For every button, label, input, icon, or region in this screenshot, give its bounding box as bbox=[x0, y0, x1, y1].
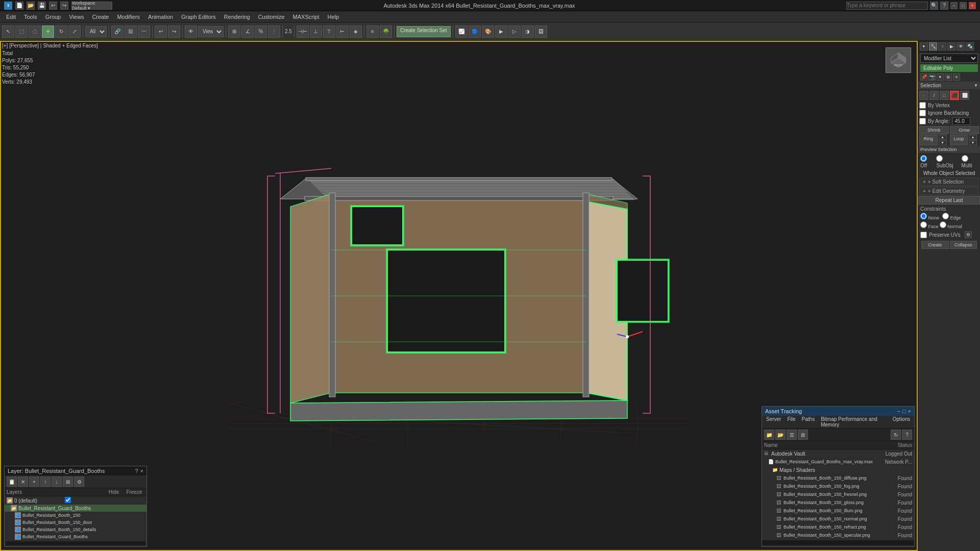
selection-section-title[interactable]: Selection ▼ bbox=[918, 82, 980, 89]
search-input[interactable] bbox=[846, 2, 928, 10]
loop-btn[interactable]: Loop bbox=[950, 135, 968, 145]
pin-modifier-icon[interactable]: 📌 bbox=[920, 73, 927, 81]
material-editor[interactable]: 🎨 bbox=[482, 26, 494, 38]
menu-group[interactable]: Group bbox=[41, 13, 65, 21]
asset-maximize-btn[interactable]: □ bbox=[902, 408, 906, 414]
modifier-list-dropdown[interactable]: Modifier List bbox=[920, 54, 978, 63]
layer-row-details[interactable]: 🔷 Bullet_Resistant_Booth_150_details bbox=[5, 526, 146, 533]
asset-row-maps-folder[interactable]: 📁 Maps / Shaders bbox=[762, 466, 914, 474]
panel-utilities-icon[interactable]: 🔩 bbox=[966, 42, 974, 51]
layer-row-door[interactable]: 🔷 Bullet_Resistant_Booth_150_door bbox=[5, 519, 146, 526]
lasso-select[interactable]: ◌ bbox=[29, 26, 41, 38]
menu-animation[interactable]: Animation bbox=[144, 13, 177, 21]
asset-menu-server[interactable]: Server bbox=[763, 416, 784, 428]
modifier-opt1[interactable]: ✦ bbox=[937, 73, 944, 81]
ring-up-btn[interactable]: ▲ bbox=[939, 135, 947, 140]
face-constraint-label[interactable]: Face bbox=[920, 221, 939, 229]
asset-menu-file[interactable]: File bbox=[784, 416, 798, 428]
modifier-opt2[interactable]: ⊕ bbox=[945, 73, 952, 81]
preview-subobj-label[interactable]: SubObj bbox=[936, 155, 958, 168]
create-btn[interactable]: Create bbox=[921, 241, 949, 249]
unlink-btn[interactable]: ⛓ bbox=[125, 26, 137, 38]
scene-explorer[interactable]: 🌳 bbox=[380, 26, 392, 38]
modifier-opt3[interactable]: ≡ bbox=[953, 73, 960, 81]
poly-icon[interactable]: ⬛ bbox=[950, 91, 959, 100]
asset-row-gloss[interactable]: 🖼 Bullet_Resistant_Booth_150_gloss.png F… bbox=[762, 498, 914, 507]
asset-help-btn[interactable]: ? bbox=[902, 430, 912, 440]
panel-hierarchy-icon[interactable]: ⑂ bbox=[938, 42, 946, 51]
select-rotate[interactable]: ↻ bbox=[55, 26, 67, 38]
menu-customize[interactable]: Customize bbox=[254, 13, 289, 21]
align-btn[interactable]: ⊥ bbox=[310, 26, 322, 38]
asset-row-normal[interactable]: 🖼 Bullet_Resistant_Booth_150_normal.png … bbox=[762, 515, 914, 523]
loop-up-btn[interactable]: ▲ bbox=[969, 135, 977, 140]
mirror-btn[interactable]: ⊣⊢ bbox=[297, 26, 309, 38]
render-scene[interactable]: ▶ bbox=[495, 26, 507, 38]
asset-menu-bitmap[interactable]: Bitmap Performance and Memory bbox=[818, 416, 889, 428]
layer-add-btn[interactable]: + bbox=[29, 477, 39, 487]
none-constraint-label[interactable]: None bbox=[920, 213, 939, 220]
ignore-backfacing-check[interactable] bbox=[919, 110, 926, 116]
snap-toggle[interactable]: ⊞ bbox=[228, 26, 240, 38]
layer-select-all-btn[interactable]: ⊞ bbox=[63, 477, 73, 487]
by-angle-check[interactable] bbox=[919, 118, 926, 124]
ring-btn[interactable]: Ring bbox=[919, 135, 938, 145]
maximize-btn[interactable]: □ bbox=[960, 2, 967, 9]
active-shade[interactable]: ◑ bbox=[522, 26, 534, 38]
preserve-uvs-settings[interactable]: ⚙ bbox=[965, 231, 972, 238]
navigation-cube[interactable]: PERSP bbox=[883, 45, 914, 76]
asset-scrollbar-h[interactable] bbox=[762, 540, 914, 545]
preview-multi-label[interactable]: Multi bbox=[962, 155, 978, 168]
schematic-view[interactable]: 🔵 bbox=[469, 26, 481, 38]
asset-row-refract[interactable]: 🖼 Bullet_Resistant_Booth_150_refract.png… bbox=[762, 523, 914, 531]
menu-rendering[interactable]: Rendering bbox=[220, 13, 254, 21]
nav-cube-box[interactable]: PERSP bbox=[886, 47, 911, 73]
help-btn[interactable]: ? bbox=[940, 2, 948, 10]
edge-constraint-radio[interactable] bbox=[942, 213, 949, 219]
percent-snap[interactable]: % bbox=[255, 26, 267, 38]
undo-scene[interactable]: ↩ bbox=[155, 26, 167, 38]
menu-create[interactable]: Create bbox=[88, 13, 113, 21]
shaded-view[interactable]: 👁 bbox=[185, 26, 197, 38]
layer-options-btn[interactable]: ⚙ bbox=[74, 477, 84, 487]
menu-tools[interactable]: Tools bbox=[20, 13, 41, 21]
border-icon[interactable]: □ bbox=[940, 91, 949, 100]
redo-scene[interactable]: ↪ bbox=[168, 26, 180, 38]
angle-snap[interactable]: ∠ bbox=[241, 26, 254, 38]
workspace-dropdown[interactable]: Workspace: Default ▾ bbox=[71, 2, 112, 10]
redo-btn[interactable]: ↪ bbox=[60, 2, 68, 10]
ring-down-btn[interactable]: ▼ bbox=[939, 140, 947, 145]
place-highlight[interactable]: ◈ bbox=[350, 26, 362, 38]
asset-folder2-btn[interactable]: 📂 bbox=[775, 430, 786, 440]
create-selection-btn[interactable]: Create Selection Set bbox=[397, 26, 451, 37]
edge-icon[interactable]: / bbox=[929, 91, 939, 100]
face-constraint-radio[interactable] bbox=[920, 221, 927, 228]
layer-default-freeze-check[interactable] bbox=[65, 497, 71, 503]
search-btn[interactable]: 🔍 bbox=[930, 2, 938, 10]
normal-constraint-radio[interactable] bbox=[940, 221, 946, 228]
grow-btn[interactable]: Grow bbox=[950, 126, 979, 134]
angle-value-input[interactable] bbox=[952, 117, 970, 125]
asset-menu-paths[interactable]: Paths bbox=[799, 416, 818, 428]
select-region[interactable]: ⬚ bbox=[15, 26, 28, 38]
layer-mgr[interactable]: ≡ bbox=[366, 26, 379, 38]
layer-move-dn-btn[interactable]: ↓ bbox=[52, 477, 62, 487]
bind-space-warp[interactable]: 〰 bbox=[138, 26, 150, 38]
render-frame[interactable]: 🖼 bbox=[535, 26, 547, 38]
none-constraint-radio[interactable] bbox=[920, 213, 927, 219]
collapse-btn[interactable]: Collapse bbox=[950, 241, 977, 249]
select-scale[interactable]: ⤢ bbox=[68, 26, 81, 38]
menu-help[interactable]: Help bbox=[324, 13, 344, 21]
quick-access-open[interactable]: 📂 bbox=[27, 2, 35, 10]
quick-align[interactable]: ⊤ bbox=[323, 26, 335, 38]
shrink-btn[interactable]: Shrink bbox=[919, 126, 949, 134]
quick-access-save[interactable]: 💾 bbox=[38, 2, 46, 10]
repeat-last-btn[interactable]: Repeat Last bbox=[918, 196, 980, 205]
layer-row-booths[interactable]: 📁 Bullet_Resistant_Guard_Booths bbox=[5, 505, 146, 512]
preserve-uvs-check[interactable] bbox=[920, 232, 927, 238]
menu-maxscript[interactable]: MAXScript bbox=[289, 13, 324, 21]
asset-folder-btn[interactable]: 📁 bbox=[764, 430, 774, 440]
loop-down-btn[interactable]: ▼ bbox=[969, 140, 977, 145]
layer-delete-btn[interactable]: ✕ bbox=[18, 477, 28, 487]
layer-scrollbar[interactable] bbox=[6, 541, 145, 545]
